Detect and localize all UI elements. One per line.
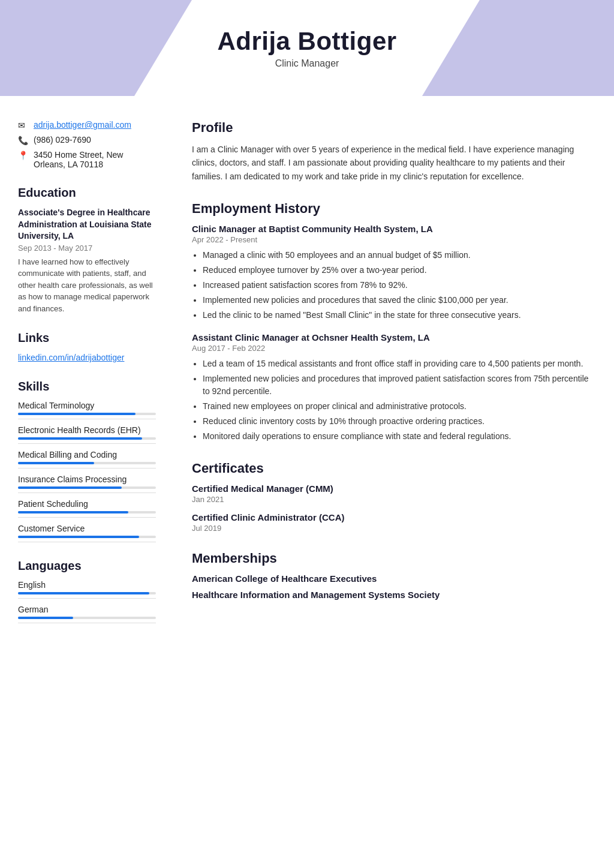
skills-heading: Skills <box>18 380 156 394</box>
skill-name: Medical Terminology <box>18 401 156 410</box>
skill-divider <box>18 419 156 419</box>
skill-name: Insurance Claims Processing <box>18 474 156 484</box>
skill-bar-fill <box>18 462 94 464</box>
skill-bar-bg <box>18 536 156 538</box>
candidate-name: Adrija Bottiger <box>0 27 614 56</box>
job-entry: Assistant Clinic Manager at Ochsner Heal… <box>192 332 590 443</box>
skill-item: Medical Terminology <box>18 401 156 419</box>
skill-bar-bg <box>18 486 156 489</box>
skill-name: Customer Service <box>18 524 156 533</box>
main-container: ✉ adrija.bottiger@gmail.com 📞 (986) 029-… <box>0 96 614 664</box>
skill-item: Patient Scheduling <box>18 499 156 518</box>
email-icon: ✉ <box>18 121 29 130</box>
memberships-section: Memberships American College of Healthca… <box>192 551 590 600</box>
job-bullet: Reduced clinic inventory costs by 10% th… <box>203 415 590 428</box>
language-item: German <box>18 605 156 623</box>
language-bar-fill <box>18 592 149 594</box>
job-title: Assistant Clinic Manager at Ochsner Heal… <box>192 332 590 343</box>
linkedin-link[interactable]: linkedin.com/in/adrijabottiger <box>18 353 124 362</box>
certs-list: Certified Medical Manager (CMM) Jan 2021… <box>192 483 590 533</box>
resume-header: Adrija Bottiger Clinic Manager <box>0 0 614 96</box>
languages-section: Languages English German <box>18 559 156 623</box>
skill-bar-bg <box>18 462 156 464</box>
certificates-section: Certificates Certified Medical Manager (… <box>192 461 590 533</box>
location-icon: 📍 <box>18 151 29 160</box>
skill-divider <box>18 468 156 468</box>
phone-text: (986) 029-7690 <box>34 135 91 145</box>
skill-bar-fill <box>18 486 122 489</box>
job-title: Clinic Manager at Baptist Community Heal… <box>192 224 590 234</box>
contact-section: ✉ adrija.bottiger@gmail.com 📞 (986) 029-… <box>18 120 156 169</box>
cert-name: Certified Medical Manager (CMM) <box>192 483 590 494</box>
skill-bar-fill <box>18 511 128 513</box>
membership-entry: Healthcare Information and Management Sy… <box>192 590 590 600</box>
job-bullet: Reduced employee turnover by 25% over a … <box>203 264 590 277</box>
skill-name: Medical Billing and Coding <box>18 450 156 459</box>
job-bullets: Managed a clinic with 50 employees and a… <box>192 249 590 322</box>
languages-list: English German <box>18 580 156 623</box>
jobs-list: Clinic Manager at Baptist Community Heal… <box>192 224 590 443</box>
links-section: Links linkedin.com/in/adrijabottiger <box>18 331 156 363</box>
skills-section: Skills Medical Terminology Electronic He… <box>18 380 156 542</box>
job-date: Apr 2022 - Present <box>192 235 590 244</box>
cert-entry: Certified Clinic Administrator (CCA) Jul… <box>192 512 590 533</box>
language-bar-fill <box>18 617 73 619</box>
contact-email-item: ✉ adrija.bottiger@gmail.com <box>18 120 156 130</box>
skill-item: Electronic Health Records (EHR) <box>18 425 156 444</box>
language-bar-bg <box>18 592 156 594</box>
employment-heading: Employment History <box>192 201 590 217</box>
language-divider <box>18 623 156 623</box>
job-bullet: Monitored daily operations to ensure com… <box>203 430 590 443</box>
job-bullet: Trained new employees on proper clinical… <box>203 400 590 413</box>
contact-address-item: 📍 3450 Home Street, New Orleans, LA 7011… <box>18 150 156 169</box>
education-date: Sep 2013 - May 2017 <box>18 244 156 253</box>
contact-phone-item: 📞 (986) 029-7690 <box>18 135 156 145</box>
language-name: German <box>18 605 156 614</box>
links-heading: Links <box>18 331 156 345</box>
header-text-block: Adrija Bottiger Clinic Manager <box>0 27 614 69</box>
job-bullet: Implemented new policies and procedures … <box>203 373 590 398</box>
skill-bar-fill <box>18 536 139 538</box>
job-date: Aug 2017 - Feb 2022 <box>192 344 590 353</box>
memberships-list: American College of Healthcare Executive… <box>192 573 590 600</box>
education-description: I have learned how to effectively commun… <box>18 256 156 315</box>
job-bullet: Led a team of 15 medical assistants and … <box>203 358 590 370</box>
profile-heading: Profile <box>192 120 590 136</box>
skill-divider <box>18 517 156 518</box>
language-item: English <box>18 580 156 599</box>
job-entry: Clinic Manager at Baptist Community Heal… <box>192 224 590 322</box>
skill-item: Customer Service <box>18 524 156 542</box>
job-bullet: Implemented new policies and procedures … <box>203 294 590 307</box>
memberships-heading: Memberships <box>192 551 590 566</box>
language-divider <box>18 598 156 599</box>
profile-text: I am a Clinic Manager with over 5 years … <box>192 143 590 183</box>
education-degree: Associate's Degree in Healthcare Adminis… <box>18 207 156 242</box>
skill-divider <box>18 542 156 542</box>
sidebar: ✉ adrija.bottiger@gmail.com 📞 (986) 029-… <box>0 108 174 664</box>
cert-entry: Certified Medical Manager (CMM) Jan 2021 <box>192 483 590 504</box>
cert-name: Certified Clinic Administrator (CCA) <box>192 512 590 522</box>
education-heading: Education <box>18 186 156 200</box>
skill-bar-bg <box>18 413 156 415</box>
skill-item: Insurance Claims Processing <box>18 474 156 493</box>
language-name: English <box>18 580 156 590</box>
language-bar-bg <box>18 617 156 619</box>
skills-list: Medical Terminology Electronic Health Re… <box>18 401 156 542</box>
cert-date: Jan 2021 <box>192 495 590 504</box>
email-link[interactable]: adrija.bottiger@gmail.com <box>34 120 131 130</box>
skill-bar-fill <box>18 437 142 440</box>
skill-name: Patient Scheduling <box>18 499 156 509</box>
certificates-heading: Certificates <box>192 461 590 476</box>
skill-bar-bg <box>18 511 156 513</box>
skill-divider <box>18 492 156 493</box>
skill-divider <box>18 443 156 444</box>
membership-entry: American College of Healthcare Executive… <box>192 573 590 584</box>
phone-icon: 📞 <box>18 136 29 145</box>
skill-bar-fill <box>18 413 136 415</box>
employment-section: Employment History Clinic Manager at Bap… <box>192 201 590 443</box>
cert-date: Jul 2019 <box>192 524 590 533</box>
skill-item: Medical Billing and Coding <box>18 450 156 468</box>
address-text: 3450 Home Street, New Orleans, LA 70118 <box>34 150 156 169</box>
skill-bar-bg <box>18 437 156 440</box>
main-content: Profile I am a Clinic Manager with over … <box>174 108 614 664</box>
